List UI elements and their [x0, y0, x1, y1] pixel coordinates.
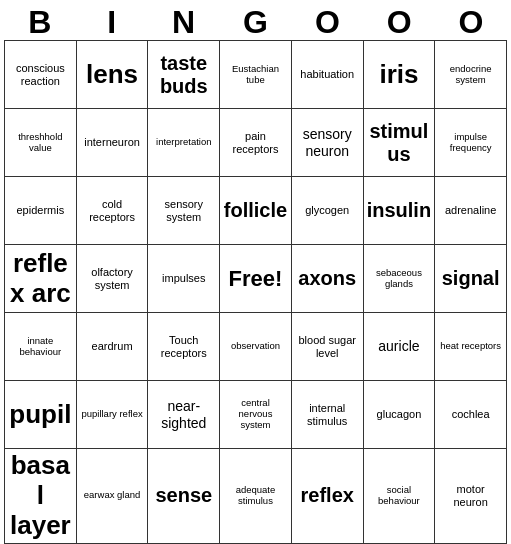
cell-text: sensory system [151, 198, 216, 223]
bingo-card: BINGOOO conscious reactionlenstaste buds… [0, 0, 511, 544]
grid-cell[interactable]: Eustachian tube [220, 41, 292, 109]
cell-text: interneuron [84, 136, 140, 149]
grid-cell[interactable]: olfactory system [77, 245, 149, 313]
bingo-header: BINGOOO [4, 4, 507, 40]
header-letter: O [435, 4, 507, 40]
grid-cell[interactable]: interneuron [77, 109, 149, 177]
grid-cell[interactable]: interpretation [148, 109, 220, 177]
cell-text: auricle [378, 338, 419, 354]
grid-cell[interactable]: cochlea [435, 381, 507, 449]
header-letter: N [148, 4, 220, 40]
grid-cell[interactable]: impulses [148, 245, 220, 313]
cell-text: sebaceous glands [367, 268, 432, 290]
grid-cell[interactable]: auricle [364, 313, 436, 381]
grid-cell[interactable]: central nervous system [220, 381, 292, 449]
cell-text: axons [298, 267, 356, 290]
cell-text: threshhold value [8, 132, 73, 154]
grid-cell[interactable]: follicle [220, 177, 292, 245]
cell-text: taste buds [151, 52, 216, 98]
grid-cell[interactable]: innate behaviour [5, 313, 77, 381]
grid-cell[interactable]: lens [77, 41, 149, 109]
grid-cell[interactable]: Free! [220, 245, 292, 313]
grid-cell[interactable]: taste buds [148, 41, 220, 109]
grid-cell[interactable]: epidermis [5, 177, 77, 245]
grid-cell[interactable]: internal stimulus [292, 381, 364, 449]
cell-text: olfactory system [80, 266, 145, 291]
grid-cell[interactable]: habituation [292, 41, 364, 109]
cell-text: cold receptors [80, 198, 145, 223]
cell-text: Eustachian tube [223, 64, 288, 86]
cell-text: sensory neuron [295, 126, 360, 158]
grid-cell[interactable]: impulse frequency [435, 109, 507, 177]
grid-cell[interactable]: blood sugar level [292, 313, 364, 381]
header-letter: G [220, 4, 292, 40]
cell-text: lens [86, 60, 138, 90]
cell-text: iris [379, 60, 418, 90]
grid-cell[interactable]: observation [220, 313, 292, 381]
grid-cell[interactable]: basal layer [5, 449, 77, 544]
grid-cell[interactable]: sensory neuron [292, 109, 364, 177]
grid-cell[interactable]: reflex [292, 449, 364, 544]
cell-text: blood sugar level [295, 334, 360, 359]
header-letter: O [363, 4, 435, 40]
grid-cell[interactable]: social behaviour [364, 449, 436, 544]
cell-text: endocrine system [438, 64, 503, 86]
grid-cell[interactable]: insulin [364, 177, 436, 245]
cell-text: follicle [224, 199, 287, 222]
cell-text: innate behaviour [8, 336, 73, 358]
header-letter: I [76, 4, 148, 40]
grid-cell[interactable]: axons [292, 245, 364, 313]
grid-cell[interactable]: signal [435, 245, 507, 313]
grid-cell[interactable]: near-sighted [148, 381, 220, 449]
cell-text: interpretation [156, 137, 211, 148]
cell-text: observation [231, 341, 280, 352]
grid-cell[interactable]: motor neuron [435, 449, 507, 544]
cell-text: adrenaline [445, 204, 496, 217]
grid-cell[interactable]: iris [364, 41, 436, 109]
grid-cell[interactable]: pupil [5, 381, 77, 449]
cell-text: Free! [229, 266, 283, 291]
grid-cell[interactable]: conscious reaction [5, 41, 77, 109]
grid-cell[interactable]: cold receptors [77, 177, 149, 245]
grid-cell[interactable]: reflex arc [5, 245, 77, 313]
grid-cell[interactable]: earwax gland [77, 449, 149, 544]
cell-text: impulses [162, 272, 205, 285]
cell-text: earwax gland [84, 490, 141, 501]
cell-text: heat receptors [440, 341, 501, 352]
grid-cell[interactable]: glycogen [292, 177, 364, 245]
bingo-grid: conscious reactionlenstaste budsEustachi… [4, 40, 507, 544]
cell-text: central nervous system [223, 398, 288, 431]
grid-cell[interactable]: pain receptors [220, 109, 292, 177]
cell-text: conscious reaction [8, 62, 73, 87]
cell-text: motor neuron [438, 483, 503, 508]
grid-cell[interactable]: heat receptors [435, 313, 507, 381]
cell-text: epidermis [17, 204, 65, 217]
grid-cell[interactable]: eardrum [77, 313, 149, 381]
cell-text: signal [442, 267, 500, 290]
cell-text: insulin [367, 199, 431, 222]
grid-cell[interactable]: glucagon [364, 381, 436, 449]
cell-text: habituation [300, 68, 354, 81]
cell-text: reflex arc [8, 249, 73, 309]
grid-cell[interactable]: endocrine system [435, 41, 507, 109]
cell-text: adequate stimulus [223, 485, 288, 507]
grid-cell[interactable]: Touch receptors [148, 313, 220, 381]
grid-cell[interactable]: sensory system [148, 177, 220, 245]
cell-text: glycogen [305, 204, 349, 217]
grid-cell[interactable]: sebaceous glands [364, 245, 436, 313]
cell-text: pupillary reflex [81, 409, 142, 420]
grid-cell[interactable]: adequate stimulus [220, 449, 292, 544]
grid-cell[interactable]: stimulus [364, 109, 436, 177]
grid-cell[interactable]: threshhold value [5, 109, 77, 177]
cell-text: internal stimulus [295, 402, 360, 427]
cell-text: cochlea [452, 408, 490, 421]
cell-text: glucagon [377, 408, 422, 421]
header-letter: O [291, 4, 363, 40]
cell-text: social behaviour [367, 485, 432, 507]
grid-cell[interactable]: sense [148, 449, 220, 544]
cell-text: near-sighted [151, 398, 216, 430]
cell-text: sense [155, 484, 212, 507]
cell-text: pain receptors [223, 130, 288, 155]
grid-cell[interactable]: pupillary reflex [77, 381, 149, 449]
grid-cell[interactable]: adrenaline [435, 177, 507, 245]
